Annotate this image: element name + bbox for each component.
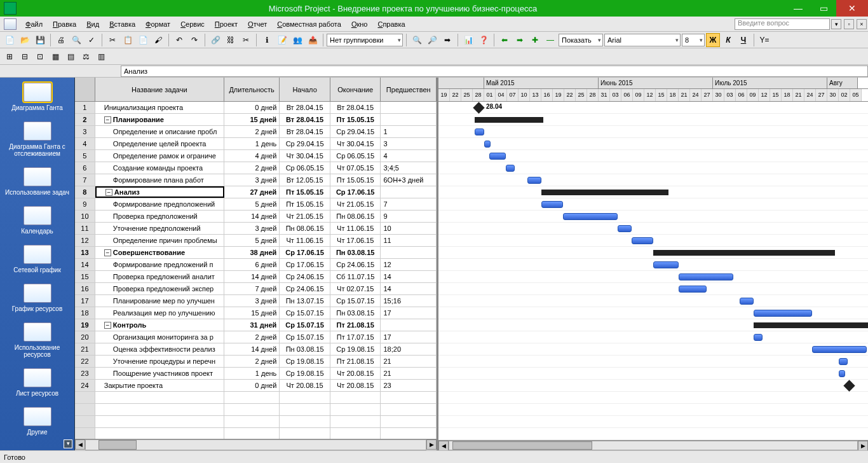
scroll-right-icon[interactable]: ▶	[426, 439, 437, 450]
grid-hscroll[interactable]: ◀ ▶	[75, 439, 437, 450]
collapse-icon[interactable]: −	[104, 116, 111, 123]
cell-start[interactable]: Чт 20.08.15	[280, 380, 330, 391]
menu-вид[interactable]: Вид	[81, 18, 104, 30]
redo-button[interactable]: ↷	[187, 33, 201, 47]
cell-name[interactable]: Организация мониторинга за р	[95, 331, 224, 343]
goto-button[interactable]: ➡	[440, 33, 454, 47]
task-bar[interactable]	[740, 298, 754, 305]
cell-num[interactable]: 9	[75, 198, 95, 210]
task-bar[interactable]	[754, 310, 812, 317]
col-name[interactable]: Название задачи	[95, 78, 224, 101]
cell-start[interactable]: Вт 28.04.15	[280, 114, 330, 125]
summary-bar[interactable]	[475, 117, 543, 123]
cell-end[interactable]: Ср 29.04.15	[330, 126, 381, 137]
cell-start[interactable]: Пт 15.05.15	[280, 198, 330, 210]
task-row[interactable]: 3Определение и описание пробл2 днейВт 28…	[75, 126, 437, 138]
cell-pred[interactable]: 3;4;5	[381, 162, 437, 174]
cell-end[interactable]: Чт 30.04.15	[330, 138, 381, 149]
cell-start[interactable]: Вт 28.04.15	[280, 126, 330, 137]
cell-num[interactable]: 16	[75, 283, 95, 294]
task-bar[interactable]	[839, 358, 848, 365]
task-bar[interactable]	[653, 261, 679, 268]
cell-dur[interactable]: 7 дней	[224, 283, 280, 294]
excel-button[interactable]: 📊	[461, 33, 475, 47]
cell-pred[interactable]	[381, 114, 437, 125]
cell-dur[interactable]: 5 дней	[224, 198, 280, 210]
collapse-icon[interactable]: −	[104, 322, 111, 329]
task-row[interactable]: 13−Совершенствование38 днейСр 17.06.15Пн…	[75, 247, 437, 259]
task-bar[interactable]	[618, 225, 632, 232]
scroll-left-icon[interactable]: ◀	[75, 439, 85, 450]
minimize-button[interactable]: —	[785, 0, 811, 17]
cell-dur[interactable]: 2 дней	[224, 331, 280, 343]
cell-pred[interactable]	[381, 247, 437, 258]
cell-start[interactable]: Ср 06.05.15	[280, 162, 330, 174]
cell-pred[interactable]: 11	[381, 235, 437, 246]
open-button[interactable]: 📂	[18, 33, 32, 47]
cell-name[interactable]: Создание команды проекта	[95, 162, 224, 174]
publish-button[interactable]: 📤	[306, 33, 320, 47]
fontsize-combo[interactable]: 8	[682, 34, 705, 46]
cell-start[interactable]: Ср 24.06.15	[280, 271, 330, 282]
cell-name[interactable]: Определение целей проекта	[95, 138, 224, 149]
cell-name[interactable]: Оценка эффективности реализ	[95, 343, 224, 355]
cell-num[interactable]: 19	[75, 319, 95, 331]
cell-name[interactable]: Определение и описание пробл	[95, 126, 224, 137]
cell-start[interactable]: Пн 13.07.15	[280, 295, 330, 307]
cell-end[interactable]: Чт 07.05.15	[330, 162, 381, 174]
menu-сервис[interactable]: Сервис	[175, 18, 210, 30]
cell-num[interactable]: 5	[75, 150, 95, 162]
menu-совместная работа[interactable]: Совместная работа	[272, 18, 346, 30]
undo-button[interactable]: ↶	[172, 33, 186, 47]
task-bar[interactable]	[632, 237, 653, 244]
cell-dur[interactable]: 27 дней	[224, 186, 280, 198]
print-button[interactable]: 🖨	[54, 33, 68, 47]
format-painter-button[interactable]: 🖌	[151, 33, 165, 47]
task-row[interactable]: 2−Планирование15 днейВт 28.04.15Пт 15.05…	[75, 114, 437, 126]
cell-end[interactable]: Ср 06.05.15	[330, 150, 381, 162]
zoom-in-button[interactable]: 🔍	[410, 33, 424, 47]
cell-end[interactable]: Чт 11.06.15	[330, 223, 381, 234]
info-button[interactable]: ℹ	[260, 33, 274, 47]
cell-name[interactable]: Инициализация проекта	[95, 102, 224, 113]
link-button[interactable]: 🔗	[208, 33, 222, 47]
cell-num[interactable]: 11	[75, 223, 95, 234]
cell-num[interactable]: 22	[75, 356, 95, 367]
task-bar[interactable]	[527, 177, 541, 184]
cell-name[interactable]: Формирование предположений	[95, 198, 224, 210]
cell-end[interactable]: Пн 03.08.15	[330, 307, 381, 319]
cell-dur[interactable]: 15 дней	[224, 307, 280, 319]
cell-name[interactable]: −Совершенствование	[95, 247, 224, 258]
view6-button[interactable]: ⚖	[79, 50, 93, 64]
task-bar[interactable]	[754, 334, 763, 341]
cell-start[interactable]: Ср 17.06.15	[280, 259, 330, 270]
cell-end[interactable]: Ср 15.07.15	[330, 295, 381, 307]
help-search-input[interactable]: Введите вопрос	[735, 18, 830, 30]
cell-dur[interactable]: 14 дней	[224, 271, 280, 282]
cell-start[interactable]: Ср 15.07.15	[280, 307, 330, 319]
menu-файл[interactable]: Файл	[20, 18, 48, 30]
sidebar-item-6[interactable]: Использование ресурсов	[0, 317, 74, 363]
cell-end[interactable]: Пт 15.05.15	[330, 174, 381, 186]
cell-dur[interactable]: 1 день	[224, 138, 280, 149]
task-bar[interactable]	[812, 346, 867, 353]
cell-pred[interactable]: 4	[381, 150, 437, 162]
cell-name[interactable]: Проверка предложений аналит	[95, 271, 224, 282]
task-row[interactable]: 6Создание команды проекта2 днейСр 06.05.…	[75, 162, 437, 174]
cell-start[interactable]: Ср 29.04.15	[280, 138, 330, 149]
show-combo[interactable]: Показать	[559, 34, 603, 46]
unlink-button[interactable]: ⛓	[224, 33, 238, 47]
cell-pred[interactable]: 18;20	[381, 343, 437, 355]
task-row[interactable]: 5Определение рамок и ограниче4 днейЧт 30…	[75, 150, 437, 162]
summary-bar[interactable]	[653, 250, 835, 256]
cell-num[interactable]: 2	[75, 114, 95, 125]
cell-end[interactable]: Чт 20.08.15	[330, 368, 381, 379]
assign-button[interactable]: 👥	[290, 33, 304, 47]
cell-end[interactable]: Пт 17.07.15	[330, 331, 381, 343]
italic-button[interactable]: К	[721, 33, 735, 47]
cell-num[interactable]: 21	[75, 343, 95, 355]
maximize-button[interactable]: ▭	[811, 0, 836, 17]
outdent-button[interactable]: ✚	[528, 33, 542, 47]
view4-button[interactable]: ▦	[48, 50, 62, 64]
task-row[interactable]: 19−Контроль31 днейСр 15.07.15Пт 21.08.15	[75, 319, 437, 331]
